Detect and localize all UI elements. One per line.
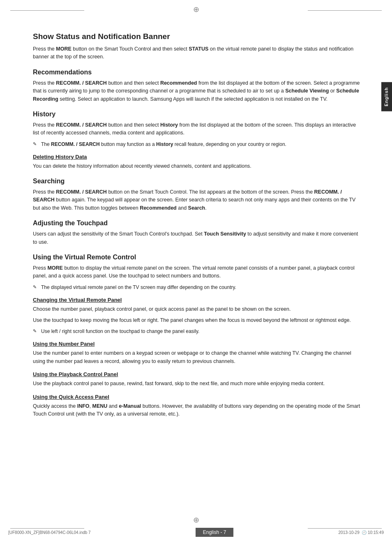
footer-right-text: 2013-10-29 🕘 10:15:49 — [339, 530, 384, 535]
english-tab: English — [381, 82, 392, 111]
virtual-remote-para1: Press MORE button to display the virtual… — [33, 264, 363, 280]
subsection-title-changing-panel: Changing the Virtual Remote Panel — [33, 297, 363, 303]
history-para1: Press the RECOMM. / SEARCH button and th… — [33, 121, 363, 137]
footer-left-text: [UF8000-XN_ZF]BN68-04794C-06L04.indb 7 — [8, 530, 91, 535]
changing-panel-para2: Use the touchpad to keep moving the focu… — [33, 317, 363, 324]
subsection-title-deleting-history: Deleting History Data — [33, 154, 363, 160]
top-border-left — [10, 10, 84, 11]
top-border-right — [308, 10, 382, 11]
playback-panel-para1: Use the playback control panel to pause,… — [33, 380, 363, 388]
subsection-title-playback-panel: Using the Playback Control Panel — [33, 371, 363, 377]
subsection-title-quick-access: Using the Quick Access Panel — [33, 394, 363, 400]
show-status-para1: Press the MORE button on the Smart Touch… — [33, 45, 363, 61]
section-title-recommendations: Recommendations — [33, 69, 363, 76]
crosshair-top-icon: ⊕ — [193, 5, 199, 14]
section-title-history: History — [33, 111, 363, 118]
quick-access-para1: Quickly access the INFO, MENU and e-Manu… — [33, 402, 363, 418]
adjusting-touchpad-para1: Users can adjust the sensitivity of the … — [33, 230, 363, 246]
page: ⊕ ⊕ English Show Status and Notification… — [0, 0, 392, 543]
section-title-adjusting-touchpad: Adjusting the Touchpad — [33, 220, 363, 227]
recommendations-para1: Press the RECOMM. / SEARCH button and th… — [33, 79, 363, 103]
searching-para1: Press the RECOMM. / SEARCH button on the… — [33, 188, 363, 212]
subsection-title-number-panel: Using the Number Panel — [33, 341, 363, 347]
virtual-remote-note1: The displayed virtual remote panel on th… — [33, 284, 363, 291]
history-note1: The RECOMM. / SEARCH button may function… — [33, 141, 363, 148]
section-title-searching: Searching — [33, 178, 363, 185]
deleting-history-para1: You can delete the history information a… — [33, 162, 363, 170]
section-title-show-status: Show Status and Notification Banner — [33, 32, 363, 41]
footer-page-number: English - 7 — [196, 528, 234, 537]
number-panel-para1: Use the number panel to enter numbers on… — [33, 349, 363, 365]
changing-panel-para1: Choose the number panel, playback contro… — [33, 305, 363, 313]
page-footer: [UF8000-XN_ZF]BN68-04794C-06L04.indb 7 E… — [0, 528, 392, 537]
changing-panel-note1: Use left / right scroll function on the … — [33, 328, 363, 335]
main-content: Show Status and Notification Banner Pres… — [33, 16, 363, 418]
crosshair-bottom-icon: ⊕ — [193, 515, 199, 525]
section-title-virtual-remote: Using the Virtual Remote Control — [33, 254, 363, 261]
